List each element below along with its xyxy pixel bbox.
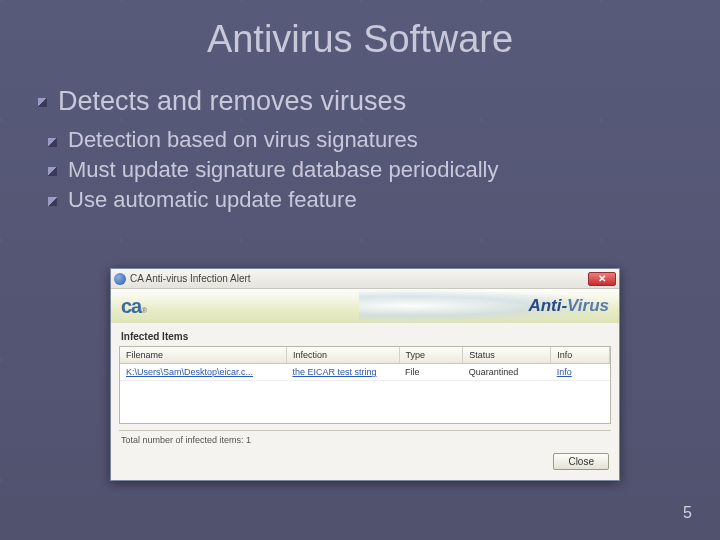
cell-info-link[interactable]: Info (551, 364, 610, 381)
bullet-item: Detects and removes viruses (38, 83, 682, 119)
window-close-button[interactable]: ✕ (588, 272, 616, 286)
infected-items-table: Filename Infection Type Status Info K:\U… (119, 346, 611, 424)
button-row: Close (111, 447, 619, 480)
cell-filename[interactable]: K:\Users\Sam\Desktop\eicar.c... (120, 364, 286, 381)
cell-status: Quarantined (463, 364, 551, 381)
bullet-item: Use automatic update feature (48, 185, 682, 215)
antivirus-alert-dialog: CA Anti-virus Infection Alert ✕ ca® Anti… (110, 268, 620, 481)
bullet-item: Detection based on virus signatures (48, 125, 682, 155)
close-button[interactable]: Close (553, 453, 609, 470)
slide: Antivirus Software Detects and removes v… (0, 0, 720, 540)
col-header-info[interactable]: Info (551, 347, 610, 364)
cell-infection[interactable]: the EICAR test string (286, 364, 399, 381)
col-header-status[interactable]: Status (463, 347, 551, 364)
dialog-title-text: CA Anti-virus Infection Alert (130, 273, 251, 284)
table-header-row: Filename Infection Type Status Info (120, 347, 610, 364)
section-label: Infected Items (111, 323, 619, 346)
antivirus-logo: Anti-Virus (528, 296, 609, 316)
bullet-item: Must update signature database periodica… (48, 155, 682, 185)
col-header-type[interactable]: Type (399, 347, 463, 364)
app-icon (114, 273, 126, 285)
ca-logo: ca® (121, 295, 146, 318)
total-infected-label: Total number of infected items: 1 (111, 431, 619, 447)
col-header-infection[interactable]: Infection (286, 347, 399, 364)
slide-title: Antivirus Software (38, 18, 682, 61)
dialog-header-band: ca® Anti-Virus (111, 289, 619, 323)
page-number: 5 (683, 504, 692, 522)
titlebar-left: CA Anti-virus Infection Alert (114, 273, 251, 285)
table-row[interactable]: K:\Users\Sam\Desktop\eicar.c... the EICA… (120, 364, 610, 381)
col-header-filename[interactable]: Filename (120, 347, 286, 364)
close-icon: ✕ (598, 274, 606, 284)
dialog-titlebar: CA Anti-virus Infection Alert ✕ (111, 269, 619, 289)
cell-type: File (399, 364, 463, 381)
bullet-list: Detects and removes viruses Detection ba… (38, 83, 682, 215)
